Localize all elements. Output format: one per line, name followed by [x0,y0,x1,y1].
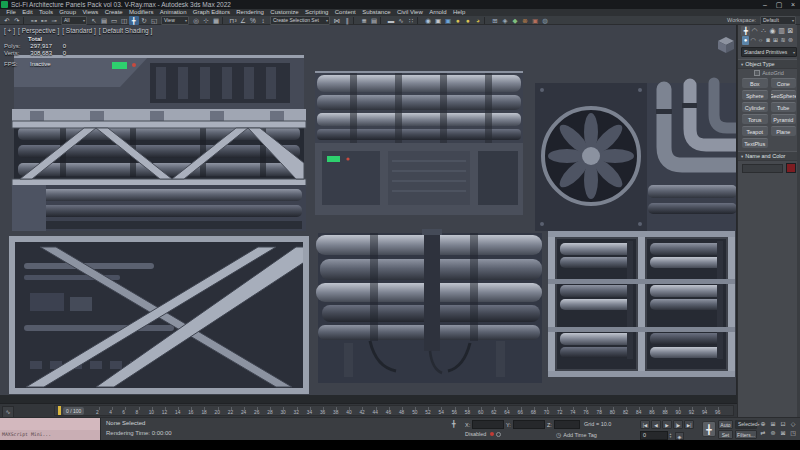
primitive-button[interactable]: Torus [742,114,768,124]
current-frame-field[interactable]: 0 [640,431,668,440]
object-name-field[interactable] [742,164,783,173]
state-sets-icon[interactable]: ⊞ [490,16,500,25]
angle-snap-icon[interactable]: ∠ [238,16,248,25]
key-filters-button[interactable]: Filters... [735,430,757,439]
play-button[interactable]: ▶ [662,420,672,429]
zoom-region-button[interactable]: ⊠ [778,429,788,438]
model-panel-top-left[interactable] [12,55,306,231]
primitive-button[interactable]: TextPlus [742,138,768,148]
model-panel-bottom-right[interactable] [548,231,735,377]
primitive-button[interactable]: Teapot [742,126,768,136]
orbit-button[interactable]: ⊚ [768,429,778,438]
named-selection-set-dropdown[interactable]: Create Selection Set▾ [270,16,330,25]
auto-key-button[interactable]: Auto [718,420,733,429]
pan-button[interactable]: ⇄ [758,429,768,438]
primitive-button[interactable]: Cylinder [742,102,768,112]
x-coordinate-field[interactable] [472,420,504,429]
spinner-snap-icon[interactable]: ↕ [258,16,268,25]
activeshade-icon[interactable]: ◕ [473,16,483,25]
select-and-move-icon[interactable]: ╋ [129,16,139,25]
workspace-dropdown[interactable]: Default▾ [760,16,796,25]
z-coordinate-field[interactable] [554,420,580,429]
ribbon-toggle-icon[interactable]: ▬ [386,16,396,25]
field-of-view-button[interactable]: ◇ [788,420,798,429]
tab-hierarchy[interactable]: ∴ [759,26,768,36]
viewcube[interactable] [718,37,734,53]
viewport-label-segment[interactable]: [ Standard ] [62,27,96,34]
restore-button[interactable]: ▢ [772,0,786,9]
arnold-icon[interactable]: ⊚ [520,16,530,25]
use-pivot-center-icon[interactable]: ◎ [191,16,201,25]
go-to-end-button[interactable]: ▶| [684,420,694,429]
substance-icon[interactable]: ▣ [530,16,540,25]
align-icon[interactable]: ∥ [342,16,352,25]
select-object-icon[interactable]: ↖ [89,16,99,25]
previous-frame-button[interactable]: ◀ [651,420,661,429]
reference-coordinate-dropdown[interactable]: View▾ [161,16,189,25]
set-key-button[interactable]: Set K. [718,430,733,439]
viewport-disabled-toggle[interactable]: Disabled [465,431,501,437]
primitive-button[interactable]: Plane [771,126,797,136]
tab-modify[interactable]: ◠ [750,26,759,36]
window-crossing-icon[interactable]: ◫ [119,16,129,25]
go-to-start-button[interactable]: |◀ [640,420,650,429]
tab-utilities[interactable]: ⊠ [786,26,795,36]
time-marker[interactable] [58,406,61,415]
cloud-render-icon[interactable]: ◍ [540,16,550,25]
maximize-viewport-button[interactable]: ◳ [788,429,798,438]
category-cameras[interactable]: ◙ [765,36,772,45]
render-elements-icon[interactable]: ◈ [500,16,510,25]
render-production-icon[interactable]: ● [453,16,463,25]
set-keys-button[interactable]: ╋ [702,421,716,437]
frame-spinner[interactable]: ▲▼ [669,433,672,439]
object-type-rollout[interactable]: ▾ Object Type [738,59,800,69]
redo-icon[interactable]: ↷ [12,16,22,25]
timeline-tick[interactable]: 96 [718,406,731,415]
object-color-swatch[interactable] [786,163,796,173]
curve-editor-icon[interactable]: ∿ [396,16,406,25]
layer-explorer-icon[interactable]: ▤ [369,16,379,25]
model-panel-bottom-left[interactable] [10,237,308,393]
category-spacewarps[interactable]: ≋ [780,36,787,45]
category-shapes[interactable]: ◠ [750,36,757,45]
autogrid-checkbox[interactable] [754,70,760,76]
transform-typein-icon[interactable]: ╋ [452,420,456,428]
tab-display[interactable]: ▥ [777,26,786,36]
model-panel-top-middle[interactable] [315,71,523,215]
y-coordinate-field[interactable] [513,420,545,429]
primitive-button[interactable]: Box [742,78,768,88]
snap-toggle-icon[interactable]: ⊓³ [228,16,238,25]
category-lights[interactable]: ☼ [757,36,764,45]
zoom-button[interactable]: ⊕ [758,420,768,429]
viewport-label-segment[interactable]: [ + ] [4,27,15,34]
undo-icon[interactable]: ↶ [2,16,12,25]
civil-view-icon[interactable]: ◆ [510,16,520,25]
select-and-scale-icon[interactable]: ◱ [149,16,159,25]
selection-filter-dropdown[interactable]: All▾ [61,16,87,25]
time-slider[interactable]: 0 / 100 [63,407,84,415]
tab-motion[interactable]: ◉ [768,26,777,36]
keyboard-override-icon[interactable]: ▦ [211,16,221,25]
key-mode-toggle[interactable]: ◈ [675,432,684,440]
mirror-icon[interactable]: ⋈ [332,16,342,25]
minimize-button[interactable]: – [758,0,772,9]
render-setup-icon[interactable]: ▣ [433,16,443,25]
scene-explorer-icon[interactable]: ≣ [359,16,369,25]
name-color-rollout[interactable]: ▾ Name and Color [738,151,800,161]
timeline-ruler[interactable]: 0 / 100 24681012141618202224262830323436… [54,405,734,416]
category-systems[interactable]: ⊚ [787,36,794,45]
tab-create[interactable]: ╋ [741,26,750,36]
perspective-viewport[interactable]: [ + ][ Perspective ][ Standard ][ Defaul… [0,25,737,395]
category-geometry[interactable]: ● [742,36,749,45]
close-button[interactable]: × [786,0,800,9]
primitive-button[interactable]: Cone [771,78,797,88]
render-iterative-icon[interactable]: ● [463,16,473,25]
select-link-icon[interactable]: ⊶ [29,16,39,25]
zoom-extents-button[interactable]: ⊡ [778,420,788,429]
zoom-all-button[interactable]: ⊞ [768,420,778,429]
bind-to-spacewarp-icon[interactable]: ⊸ [49,16,59,25]
rendered-frame-window-icon[interactable]: ▣ [443,16,453,25]
primitive-button[interactable]: GeoSphere [771,90,797,100]
primitives-dropdown[interactable]: Standard Primitives ▾ [741,47,797,57]
rectangular-selection-icon[interactable]: ▭ [109,16,119,25]
